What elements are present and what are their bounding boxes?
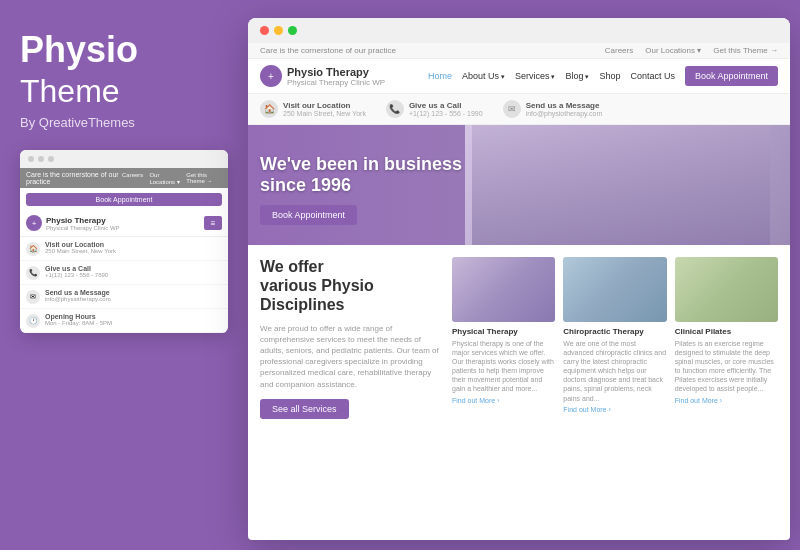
mini-clock-icon: 🕐 <box>26 314 40 328</box>
hero-line2: since 1996 <box>260 175 351 195</box>
mini-nav-bar: Care is the cornerstone of our practice … <box>20 168 228 188</box>
nav-about[interactable]: About Us <box>462 71 505 81</box>
nav-blog[interactable]: Blog <box>565 71 589 81</box>
info-bar: 🏠 Visit our Location 250 Main Street, Ne… <box>248 94 790 125</box>
utility-careers[interactable]: Careers <box>605 46 633 55</box>
services-heading-l1: We offer <box>260 258 324 275</box>
service-card-1: Physical Therapy Physical therapy is one… <box>452 257 555 419</box>
info-email: ✉ Send us a Message info@physiotherapy.c… <box>503 100 603 118</box>
brand-title: Physio Theme <box>20 30 228 109</box>
find-out-link-3[interactable]: Find out More <box>675 397 778 404</box>
services-left: We offer various Physio Disciplines We a… <box>260 257 440 419</box>
info-phone-val: +1(12) 123 - 556 - 1990 <box>409 110 483 117</box>
mini-hours-text: Opening Hours Mon - Friday: 8AM - 5PM <box>45 313 112 326</box>
mini-email-icon: ✉ <box>26 290 40 304</box>
brand-physio: Physio <box>20 30 228 70</box>
info-location-text: Visit our Location 250 Main Street, New … <box>283 101 366 117</box>
services-cards: Physical Therapy Physical therapy is one… <box>452 257 778 419</box>
hero-text: We've been in business since 1996 Book A… <box>260 154 462 225</box>
see-services-button[interactable]: See all Services <box>260 399 349 419</box>
navbar-logo-icon: + <box>260 65 282 87</box>
service-desc-1: Physical therapy is one of the major ser… <box>452 339 555 394</box>
services-description: We are proud to offer a wide range of co… <box>260 323 440 390</box>
info-location-val: 250 Main Street, New York <box>283 110 366 117</box>
nav-services[interactable]: Services <box>515 71 555 81</box>
info-phone-icon: 📞 <box>386 100 404 118</box>
hero-book-button[interactable]: Book Appointment <box>260 205 357 225</box>
info-location-icon: 🏠 <box>260 100 278 118</box>
info-email-icon: ✉ <box>503 100 521 118</box>
mini-browser: Care is the cornerstone of our practice … <box>20 150 228 333</box>
mini-location-val: 250 Main Street, New York <box>45 248 116 254</box>
navbar-brand-text: Physio Therapy Physical Therapy Clinic W… <box>287 66 385 87</box>
info-location-label: Visit our Location <box>283 101 366 110</box>
mini-menu-icon[interactable]: ≡ <box>204 216 222 230</box>
info-email-val: info@physiotherapy.com <box>526 110 603 117</box>
navbar-links: Home About Us Services Blog Shop Contact… <box>428 66 778 86</box>
dot-yellow <box>274 26 283 35</box>
hero-section: We've been in business since 1996 Book A… <box>248 125 790 245</box>
services-heading-l2: various Physio <box>260 277 374 294</box>
mini-book-button[interactable]: Book Appointment <box>26 193 222 206</box>
services-heading: We offer various Physio Disciplines <box>260 257 440 315</box>
main-browser: Care is the cornerstone of our practice … <box>248 18 790 540</box>
mini-phone-label: Give us a Call <box>45 265 108 272</box>
info-phone-text: Give us a Call +1(12) 123 - 556 - 1990 <box>409 101 483 117</box>
mini-careers: Careers <box>122 172 143 185</box>
mini-logo-row: + Physio Therapy Physical Therapy Clinic… <box>20 210 228 237</box>
utility-locations[interactable]: Our Locations ▾ <box>645 46 701 55</box>
mini-nav-links: Careers Our Locations ▾ Get this Theme → <box>122 172 222 185</box>
main-navbar: + Physio Therapy Physical Therapy Clinic… <box>248 59 790 94</box>
mini-info-row-1: 🏠 Visit our Location 250 Main Street, Ne… <box>20 237 228 261</box>
service-desc-3: Pilates is an exercise regime designed t… <box>675 339 778 394</box>
mini-info-row-4: 🕐 Opening Hours Mon - Friday: 8AM - 5PM <box>20 309 228 333</box>
mini-info-row-2: 📞 Give us a Call +1(12) 123 - 556 - 7890 <box>20 261 228 285</box>
navbar-brand-name: Physio Therapy <box>287 66 385 78</box>
mini-browser-bar <box>20 150 228 168</box>
hero-figure <box>472 125 770 245</box>
mini-email-text: Send us a Message info@physiotherapy.com <box>45 289 111 302</box>
utility-links: Careers Our Locations ▾ Get this Theme → <box>605 46 778 55</box>
mini-phone-val: +1(12) 123 - 556 - 7890 <box>45 272 108 278</box>
mini-info-row-3: ✉ Send us a Message info@physiotherapy.c… <box>20 285 228 309</box>
nav-shop[interactable]: Shop <box>599 71 620 81</box>
services-heading-l3: Disciplines <box>260 296 344 313</box>
nav-contact[interactable]: Contact Us <box>630 71 675 81</box>
browser-titlebar <box>248 18 790 43</box>
mini-email-val: info@physiotherapy.com <box>45 296 111 302</box>
mini-location-icon: 🏠 <box>26 242 40 256</box>
mini-phone-icon: 📞 <box>26 266 40 280</box>
utility-get-theme[interactable]: Get this Theme → <box>713 46 778 55</box>
mini-hours-val: Mon - Friday: 8AM - 5PM <box>45 320 112 326</box>
info-phone-label: Give us a Call <box>409 101 483 110</box>
mini-dot-2 <box>38 156 44 162</box>
services-section: We offer various Physio Disciplines We a… <box>248 245 790 431</box>
mini-location-text: Visit our Location 250 Main Street, New … <box>45 241 116 254</box>
utility-tagline: Care is the cornerstone of our practice <box>260 46 396 55</box>
mini-location-label: Visit our Location <box>45 241 116 248</box>
mini-dot-3 <box>48 156 54 162</box>
left-panel: Physio Theme By QreativeThemes Care is t… <box>0 0 248 550</box>
service-desc-2: We are one of the most advanced chiropra… <box>563 339 666 403</box>
service-title-1: Physical Therapy <box>452 327 555 336</box>
find-out-link-2[interactable]: Find out More <box>563 406 666 413</box>
find-out-link-1[interactable]: Find out More <box>452 397 555 404</box>
service-img-2 <box>563 257 666 322</box>
service-card-3: Clinical Pilates Pilates is an exercise … <box>675 257 778 419</box>
info-phone: 📞 Give us a Call +1(12) 123 - 556 - 1990 <box>386 100 483 118</box>
nav-home[interactable]: Home <box>428 71 452 81</box>
mini-phone-text: Give us a Call +1(12) 123 - 556 - 7890 <box>45 265 108 278</box>
mini-logo-sub: Physical Therapy Clinic WP <box>46 225 120 231</box>
mini-logo-text: Physio Therapy Physical Therapy Clinic W… <box>46 216 120 231</box>
info-email-text: Send us a Message info@physiotherapy.com <box>526 101 603 117</box>
mini-get-theme: Get this Theme → <box>186 172 222 185</box>
dot-red <box>260 26 269 35</box>
service-img-3 <box>675 257 778 322</box>
brand-by: By QreativeThemes <box>20 115 228 130</box>
mini-hours-label: Opening Hours <box>45 313 112 320</box>
utility-bar: Care is the cornerstone of our practice … <box>248 43 790 59</box>
hero-heading: We've been in business since 1996 <box>260 154 462 197</box>
mini-logo-name: Physio Therapy <box>46 216 120 225</box>
navbar-brand-sub: Physical Therapy Clinic WP <box>287 78 385 87</box>
nav-book-button[interactable]: Book Appointment <box>685 66 778 86</box>
